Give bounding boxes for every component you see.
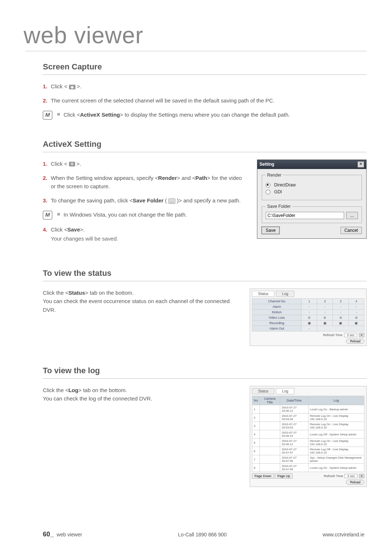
chevron-down-icon[interactable]: ▾ [359, 333, 364, 337]
page-down-button[interactable]: Page Down [252, 474, 274, 479]
refresh-select[interactable]: 3 sec [344, 333, 357, 337]
cell: 3 [252, 422, 260, 430]
table-row: 82010-07-27 20:47:49Local Log On : Syste… [252, 464, 364, 472]
row-label: Channel No [252, 299, 302, 304]
cell: 2010-07-27 20:47:56 [280, 455, 308, 464]
step-number: 1. [43, 160, 51, 168]
cell: Local Log On : System Setup admin [308, 464, 364, 472]
table-row: 42010-07-27 20:48:15Local Log Off : Syst… [252, 430, 364, 439]
page-up-button[interactable]: Page Up [275, 474, 293, 479]
cell [260, 447, 280, 455]
tab-status[interactable]: Status [252, 388, 274, 394]
reload-button[interactable]: Reload [346, 480, 364, 485]
note-icon: M [43, 211, 52, 219]
paragraph: Click the <Status> tab on the bottom. Yo… [43, 289, 235, 314]
text: When the Setting window appears, specify… [51, 175, 158, 181]
step-body: The current screen of the selected chann… [51, 96, 274, 105]
cell: Sys : Setup Changed Disk Management admi… [308, 455, 364, 464]
radio-directdraw[interactable]: DirectDraw [266, 182, 358, 188]
section-title: To view the log [43, 366, 367, 375]
path-input[interactable] [266, 212, 344, 219]
cancel-button[interactable]: Cancel [340, 227, 362, 234]
render-group: Render DirectDraw GDI [262, 173, 362, 201]
cell: 2010-07-27 20:53:53 [280, 422, 308, 430]
cell: 3 [333, 299, 348, 304]
col-header: Date/Time [280, 396, 308, 405]
cell: - [301, 304, 317, 310]
status-table: Channel No 1 2 3 4 Alarm---- Motion---- … [252, 298, 364, 331]
table-row: 22010-07-27 20:54:04Remote Log On : Live… [252, 414, 364, 422]
cell: - [333, 304, 348, 310]
cell: 2010-07-27 20:56:12 [280, 405, 308, 414]
cell: - [333, 310, 348, 315]
browse-icon: ... [168, 198, 175, 204]
cell: Local Log On : Backup admin [308, 405, 364, 414]
text: Click < [51, 161, 69, 167]
text: To change the saving path, click < [51, 197, 133, 204]
cell: 6 [252, 447, 260, 455]
text: Click < [51, 226, 67, 233]
save-button[interactable]: Save [262, 227, 279, 234]
radio-gdi[interactable]: GDI [266, 189, 358, 194]
browse-button[interactable]: ... [346, 212, 358, 219]
cell: ▣ [333, 321, 348, 326]
cell: - [317, 310, 333, 315]
note-row: M In Windows Vista, you can not change t… [43, 211, 242, 219]
text: >. [77, 83, 82, 89]
cell: 1 [301, 299, 317, 304]
close-icon[interactable]: × [358, 161, 364, 168]
cell: 8 [252, 464, 260, 472]
chevron-down-icon[interactable]: ▾ [359, 474, 364, 478]
text: Your changes will be saved. [51, 234, 118, 243]
refresh-select[interactable]: 3 sec [344, 474, 358, 478]
cell: 4 [252, 430, 260, 439]
title-rule [25, 51, 367, 51]
text: Save [67, 226, 80, 233]
setting-dialog: Setting × Render DirectDraw [257, 160, 367, 239]
cell [260, 422, 280, 430]
text: Click < [64, 112, 80, 118]
cell: 2010-07-27 20:47:49 [280, 464, 308, 472]
text: >. [77, 161, 81, 167]
row-label: Alarm [252, 304, 302, 310]
radio-label: DirectDraw [274, 182, 295, 188]
tab-log[interactable]: Log [276, 388, 294, 394]
text: Click the < [43, 290, 68, 296]
table-row: 32010-07-27 20:53:53Remote Log On : Live… [252, 422, 364, 430]
note-text: In Windows Vista, you can not change the… [64, 211, 187, 219]
tab-status[interactable]: Status [252, 291, 274, 297]
cell [260, 455, 280, 464]
row-label: Motion [252, 310, 302, 315]
text: Save Folder [133, 197, 164, 204]
radio-icon [266, 183, 270, 188]
cell: 4 [348, 299, 364, 304]
reload-button[interactable]: Reload [346, 339, 364, 344]
cell [317, 326, 364, 331]
section-rule [43, 74, 367, 75]
step-number: 4. [43, 225, 51, 234]
cell [260, 430, 280, 439]
log-table: No Camera Title Date/Time Log 12010-07-2… [252, 396, 364, 472]
footer-center: Lo-Call 1890 866 900 [178, 532, 227, 537]
footer-right: www.cctvireland.ie [323, 532, 364, 537]
render-legend: Render [266, 173, 283, 178]
cell: ⊘ [333, 315, 348, 321]
text: >. [80, 226, 85, 233]
section-activex-setting: ActiveX Setting 1. Click < ✲ >. 2. [25, 140, 367, 249]
cell: ▣ [301, 321, 317, 326]
tab-log[interactable]: Log [276, 291, 294, 297]
steps-list: 1. Click < ◉ >. 2. The current screen of… [43, 82, 367, 105]
page-title: web viewer [24, 22, 367, 49]
section-title: Screen Capture [43, 62, 367, 72]
section-rule [43, 378, 367, 379]
cell [260, 405, 280, 414]
cell: ▣ [317, 321, 333, 326]
text: )> and specify a new path. [175, 197, 241, 204]
refresh-label: Refresh Time [324, 474, 343, 478]
cell: 1 [252, 405, 260, 414]
col-header: Log [308, 396, 364, 405]
steps-list: 4. Click <Save>. Your changes will be sa… [43, 225, 242, 243]
table-row: 62010-07-27 20:47:57Remote Log Off : Liv… [252, 447, 364, 455]
text: Click the < [43, 387, 68, 393]
cell: 2010-07-27 20:54:04 [280, 414, 308, 422]
